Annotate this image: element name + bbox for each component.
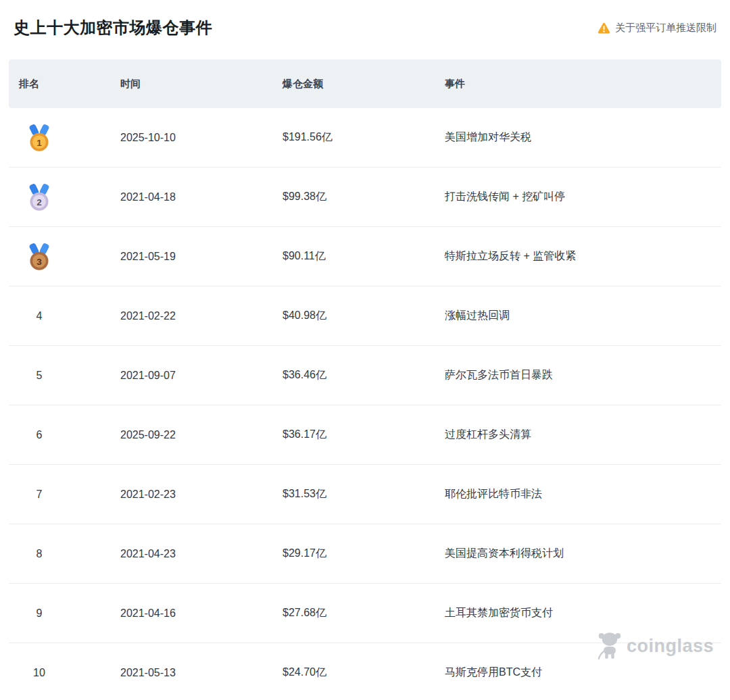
- rank-cell: 3: [19, 241, 120, 272]
- event-description: 美国增加对华关税: [445, 130, 721, 145]
- event-description: 土耳其禁加密货币支付: [445, 606, 721, 620]
- liquidation-amount: $31.53亿: [283, 487, 445, 501]
- bronze-medal-icon: 3: [27, 241, 51, 272]
- rank-cell: 7: [19, 479, 120, 510]
- svg-text:1: 1: [36, 137, 42, 147]
- liquidation-amount: $191.56亿: [283, 130, 445, 145]
- rank-number: 10: [27, 657, 51, 689]
- rank-cell: 9: [19, 598, 120, 629]
- liquidation-amount: $36.46亿: [283, 368, 445, 382]
- event-date: 2021-04-23: [120, 548, 283, 560]
- liquidation-amount: $24.70亿: [283, 666, 445, 680]
- rank-cell: 2: [19, 182, 120, 213]
- rank-number: 8: [27, 539, 51, 570]
- table-row: 3 2021-05-19 $90.11亿 特斯拉立场反转 + 监管收紧: [9, 227, 721, 286]
- notice-label: 关于强平订单推送限制: [615, 22, 716, 34]
- event-description: 打击洗钱传闻 + 挖矿叫停: [445, 190, 721, 204]
- table-row: 5 2021-09-07 $36.46亿 萨尔瓦多法币首日暴跌: [9, 346, 721, 405]
- event-date: 2025-10-10: [120, 132, 283, 144]
- liquidation-notice-link[interactable]: 关于强平订单推送限制: [598, 22, 716, 34]
- event-description: 过度杠杆多头清算: [445, 428, 721, 442]
- table-row: 7 2021-02-23 $31.53亿 耶伦批评比特币非法: [9, 465, 721, 524]
- event-description: 耶伦批评比特币非法: [445, 487, 721, 501]
- liquidation-amount: $29.17亿: [283, 547, 445, 561]
- page-title: 史上十大加密市场爆仓事件: [14, 17, 212, 39]
- liquidation-amount: $90.11亿: [283, 249, 445, 264]
- event-date: 2021-02-22: [120, 310, 283, 322]
- liquidation-amount: $40.98亿: [283, 309, 445, 323]
- table-row: 8 2021-04-23 $29.17亿 美国提高资本利得税计划: [9, 524, 721, 584]
- event-date: 2025-09-22: [120, 429, 283, 441]
- topbar: 史上十大加密市场爆仓事件 关于强平订单推送限制: [0, 0, 730, 39]
- rank-cell: 6: [19, 420, 120, 451]
- event-description: 美国提高资本利得税计划: [445, 547, 721, 561]
- rank-number: 9: [27, 598, 51, 629]
- svg-text:3: 3: [36, 256, 42, 266]
- event-description: 萨尔瓦多法币首日暴跌: [445, 368, 721, 382]
- event-date: 2021-02-23: [120, 489, 283, 501]
- event-date: 2021-04-18: [120, 191, 283, 203]
- table-row: 1 2025-10-10 $191.56亿 美国增加对华关税: [9, 108, 721, 168]
- table-row: 6 2025-09-22 $36.17亿 过度杠杆多头清算: [9, 405, 721, 465]
- event-description: 特斯拉立场反转 + 监管收紧: [445, 249, 721, 264]
- liquidation-amount: $27.68亿: [283, 606, 445, 620]
- event-date: 2021-05-13: [120, 667, 283, 679]
- rank-cell: 5: [19, 360, 120, 391]
- rank-number: 7: [27, 479, 51, 510]
- warning-icon: [598, 22, 610, 34]
- table-row: 10 2021-05-13 $24.70亿 马斯克停用BTC支付: [9, 643, 721, 700]
- rank-number: 6: [27, 420, 51, 451]
- header-amount: 爆仓金额: [283, 78, 445, 91]
- rank-cell: 10: [19, 657, 120, 689]
- rank-number: 4: [27, 301, 51, 332]
- svg-text:2: 2: [36, 197, 42, 207]
- rank-cell: 1: [19, 122, 120, 153]
- table-body: 1 2025-10-10 $191.56亿 美国增加对华关税 2 2021-04…: [9, 108, 721, 700]
- silver-medal-icon: 2: [27, 182, 51, 213]
- table-header-row: 排名 时间 爆仓金额 事件: [9, 59, 721, 108]
- header-time: 时间: [120, 78, 283, 91]
- event-date: 2021-09-07: [120, 370, 283, 382]
- header-rank: 排名: [19, 78, 120, 91]
- event-description: 涨幅过热回调: [445, 309, 721, 323]
- rank-number: 5: [27, 360, 51, 391]
- event-date: 2021-05-19: [120, 251, 283, 263]
- rank-cell: 4: [19, 301, 120, 332]
- liquidation-amount: $36.17亿: [283, 428, 445, 442]
- table-row: 2 2021-04-18 $99.38亿 打击洗钱传闻 + 挖矿叫停: [9, 168, 721, 227]
- header-event: 事件: [445, 78, 721, 91]
- table-row: 9 2021-04-16 $27.68亿 土耳其禁加密货币支付: [9, 584, 721, 643]
- event-date: 2021-04-16: [120, 607, 283, 620]
- liquidation-amount: $99.38亿: [283, 190, 445, 204]
- table-row: 4 2021-02-22 $40.98亿 涨幅过热回调: [9, 286, 721, 346]
- event-description: 马斯克停用BTC支付: [445, 666, 721, 680]
- rank-cell: 8: [19, 539, 120, 570]
- liquidation-table: 排名 时间 爆仓金额 事件 1 2025-10-10 $191.56亿 美国增加…: [9, 59, 721, 700]
- gold-medal-icon: 1: [27, 122, 51, 153]
